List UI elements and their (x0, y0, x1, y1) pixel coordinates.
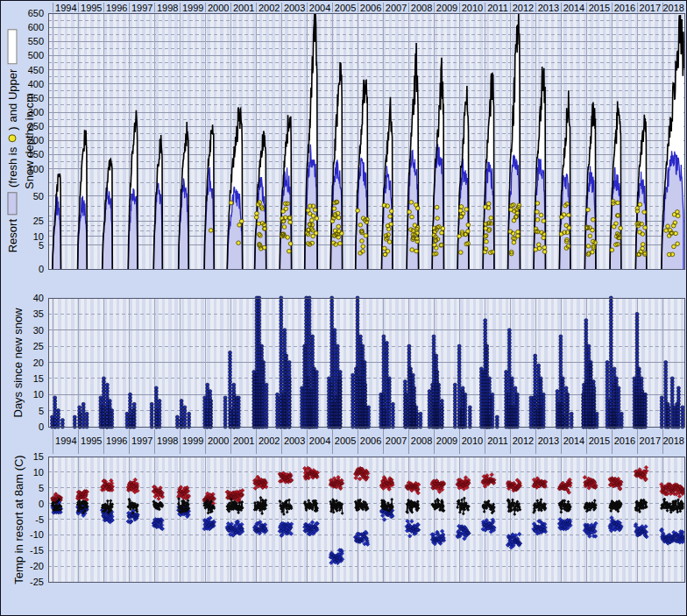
temp-8am-markers (51, 496, 684, 516)
chart-canvas (1, 1, 687, 616)
temp-max-markers (51, 465, 685, 506)
snow-history-chart: Resort (fresh is ) and Upper Snow depths… (0, 0, 687, 616)
